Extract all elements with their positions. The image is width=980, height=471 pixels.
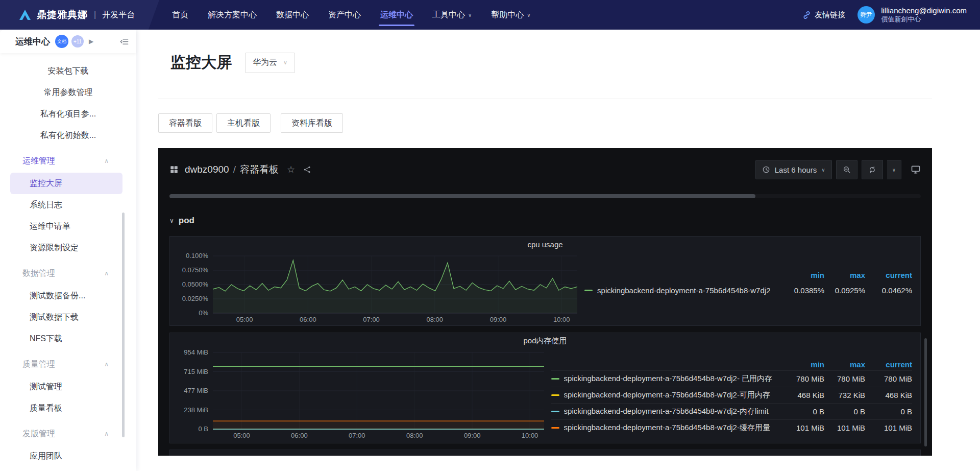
time-range-button[interactable]: Last 6 hours ∨ [755,160,832,179]
brand-product: 开发平台 [102,10,135,20]
row-pod-toggle[interactable]: ∨ pod [169,210,921,231]
legend-series[interactable]: spickingbackend-deployment-a-75b6d454b8-… [551,423,781,433]
sidebar-item-app-team[interactable]: 应用团队 [0,445,136,467]
legend-max-value: 101 MiB [824,423,865,432]
sidebar-item-private-project-params[interactable]: 私有化项目参... [0,103,136,125]
sidebar-item-test-data-backup[interactable]: 测试数据备份... [0,285,136,307]
sidebar-item-test-management[interactable]: 测试管理 [0,376,136,397]
zoom-out-button[interactable] [836,160,857,179]
legend-header-current[interactable]: current [865,360,912,369]
panel-title[interactable]: pod内存使用 [170,333,920,348]
sidebar-item-ops-request[interactable]: 运维申请单 [0,216,136,237]
legend-current-value: 780 MiB [865,374,912,383]
chevron-down-icon: ∨ [283,59,287,66]
legend-header-current[interactable]: current [865,271,912,279]
panel-title[interactable]: cpu usage [170,237,920,252]
nav-item-help-center[interactable]: 帮助中心∨ [481,0,540,30]
dashboard-vertical-scrollbar[interactable] [924,338,927,446]
memory-usage-chart[interactable]: 05:0006:0007:0008:0009:0010:000 B238 MiB… [172,348,551,440]
nav-item-home[interactable]: 首页 [162,0,198,30]
memory-legend: min max current spickingbackend-deployme… [551,348,915,440]
tab-database-view[interactable]: 资料库看版 [281,113,343,133]
scrollbar-thumb[interactable] [169,194,755,198]
sidebar-section-release-management[interactable]: 发版管理 ∧ [0,422,136,445]
legend-current-value: 468 KiB [865,391,912,399]
svg-text:0.0750%: 0.0750% [182,266,209,274]
refresh-interval-caret[interactable]: ∨ [887,160,901,179]
sidebar-item-install-package[interactable]: 安装包下载 [0,60,136,82]
legend-current-value: 101 MiB [865,423,912,432]
sidebar-section-ops-management[interactable]: 运维管理 ∧ [0,149,136,173]
sidebar-section-data-management[interactable]: 数据管理 ∧ [0,262,136,285]
legend-current-value: 0.0462% [865,286,912,295]
sidebar-item-test-data-download[interactable]: 测试数据下载 [0,307,136,328]
legend-series[interactable]: spickingbackend-deployment-a-75b6d454b8-… [551,407,781,416]
chevron-up-icon: ∧ [104,430,109,437]
collapse-sidebar-icon[interactable] [119,37,129,46]
nav-item-data-center[interactable]: 数据中心 [266,0,318,30]
count-badge: +11 [71,35,84,48]
nav-item-assets-center[interactable]: 资产中心 [318,0,371,30]
friend-links-button[interactable]: 友情链接 [802,10,845,20]
tv-mode-button[interactable] [911,164,921,175]
next-panel-edge [169,450,921,456]
svg-text:07:00: 07:00 [349,432,365,439]
share-button[interactable] [303,166,311,174]
play-icon[interactable]: ▶ [89,38,93,45]
legend-row: spickingbackend-deployment-a-75b6d454b8-… [551,420,912,436]
panel-pod-memory: pod内存使用 05:0006:0007:0008:0009:0010:000 … [169,333,921,443]
dashboard-grid-icon[interactable] [169,165,179,174]
sidebar-header: 运维中心 文档 +11 ▶ [0,30,136,53]
legend-series[interactable]: spickingbackend-deployment-a-75b6d454b8-… [551,390,781,400]
doc-badge[interactable]: 文档 [55,35,68,48]
nav-item-ops-center[interactable]: 运维中心 [371,0,423,30]
nav-item-tools-center[interactable]: 工具中心∨ [423,0,481,30]
sidebar-item-nfs-download[interactable]: NFS下载 [0,328,136,349]
dashboard-title[interactable]: dwbz0900/容器看板 [185,163,279,176]
legend-header-min[interactable]: min [781,360,824,369]
nav-item-solutions[interactable]: 解决方案中心 [198,0,266,30]
avatar[interactable]: 舜尹 [857,6,875,23]
sidebar-item-monitor-dashboard[interactable]: 监控大屏 [10,173,122,194]
grafana-dashboard: dwbz0900/容器看板 ☆ Last 6 hours ∨ [158,148,932,456]
cpu-legend: min max current spickingbackend-deployme… [584,252,915,324]
cloud-select[interactable]: 华为云 ∨ [245,53,295,73]
sidebar-item-private-init-data[interactable]: 私有化初始数... [0,125,136,146]
legend-series[interactable]: spickingbackend-deployment-a-75b6d454b8-… [551,374,781,384]
tab-host-view[interactable]: 主机看版 [216,113,271,133]
sidebar-item-quality-board[interactable]: 质量看板 [0,397,136,419]
legend-series[interactable]: spickingbackend-deployment-a-75b6d454b8-… [584,286,781,295]
tab-container-view[interactable]: 容器看版 [158,113,212,133]
sidebar-item-resource-limit[interactable]: 资源限制设定 [0,237,136,258]
sidebar-scrollbar[interactable] [122,213,125,437]
star-button[interactable]: ☆ [287,164,295,175]
legend-header-min[interactable]: min [781,271,824,279]
legend-min-value: 468 KiB [781,391,824,399]
refresh-button[interactable] [862,160,883,179]
svg-text:09:00: 09:00 [464,432,481,439]
sidebar-item-system-logs[interactable]: 系统日志 [0,194,136,216]
svg-text:0.100%: 0.100% [186,252,209,260]
legend-row: spickingbackend-deployment-a-75b6d454b8-… [551,404,912,420]
refresh-group: ∨ [862,160,901,179]
sidebar-item-common-params[interactable]: 常用参数管理 [0,82,136,103]
legend-header-max[interactable]: max [824,271,865,279]
legend-row: spickingbackend-deployment-a-75b6d454b8-… [551,371,912,387]
sidebar-section-quality-management[interactable]: 质量管理 ∧ [0,352,136,376]
view-tabs: 容器看版 主机看版 资料库看版 [158,113,932,133]
nav-right: 友情链接 舜尹 lilliancheng@digiwin.com 價值新創中心 [802,6,980,24]
brand-divider: | [94,10,96,19]
svg-text:09:00: 09:00 [490,316,507,323]
user-info[interactable]: lilliancheng@digiwin.com 價值新創中心 [881,6,967,24]
dashboard-horizontal-scrollbar[interactable] [169,194,921,198]
cpu-usage-chart[interactable]: 05:0006:0007:0008:0009:0010:000%0.0250%0… [172,252,584,324]
svg-text:05:00: 05:00 [236,316,253,323]
page-title: 监控大屏 [170,52,232,73]
legend-header-max[interactable]: max [824,360,865,369]
series-color-marker [551,394,559,396]
brand[interactable]: 鼎捷雅典娜 | 开发平台 [0,8,153,21]
legend-max-value: 732 KiB [824,391,865,399]
chevron-down-icon: ∨ [527,12,530,18]
svg-text:238 MiB: 238 MiB [184,406,208,414]
brand-name: 鼎捷雅典娜 [37,8,88,21]
